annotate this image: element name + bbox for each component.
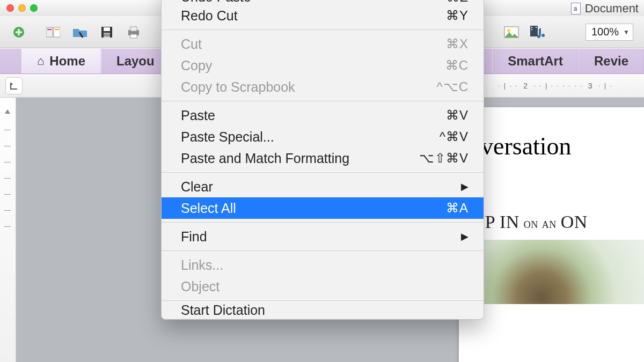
menu-select-all-shortcut: ⌘A <box>446 201 469 216</box>
menu-object-label: Object <box>181 279 219 294</box>
menu-paste-match-label: Paste and Match Formatting <box>181 151 349 166</box>
document-subtitle: MP IN on an ON <box>469 212 644 232</box>
svg-rect-11 <box>104 35 110 36</box>
tab-layout[interactable]: Layou <box>101 49 170 73</box>
svg-rect-14 <box>130 34 137 38</box>
vertical-ruler[interactable] <box>0 98 16 362</box>
menu-find[interactable]: Find ▶ <box>162 226 484 247</box>
submenu-arrow-icon: ▶ <box>461 181 469 193</box>
menu-copy-scrapbook[interactable]: Copy to Scrapbook ^⌥C <box>162 76 484 98</box>
document-image <box>469 240 644 304</box>
svg-rect-19 <box>531 29 532 30</box>
svg-point-21 <box>537 35 540 38</box>
print-button[interactable] <box>121 23 146 42</box>
document-icon <box>571 3 581 14</box>
menu-undo-paste-shortcut: ⌘Z <box>447 0 469 5</box>
menu-paste-label: Paste <box>181 108 215 123</box>
new-document-button[interactable] <box>6 23 31 42</box>
svg-rect-3 <box>46 27 53 37</box>
svg-rect-8 <box>104 27 110 31</box>
menu-paste-special[interactable]: Paste Special... ^⌘V <box>162 126 484 147</box>
menu-clear[interactable]: Clear ▶ <box>162 176 484 197</box>
menu-paste-match[interactable]: Paste and Match Formatting ⌥⇧⌘V <box>162 147 484 169</box>
zoom-value: 100% <box>591 26 619 38</box>
ruler-indent-marker[interactable] <box>3 109 12 116</box>
menu-separator <box>162 29 484 30</box>
menu-separator <box>162 101 484 101</box>
menu-separator <box>162 222 484 223</box>
menu-separator <box>162 250 484 251</box>
menu-paste-shortcut: ⌘V <box>446 108 469 123</box>
menu-copy-scrapbook-label: Copy to Scrapbook <box>181 79 295 95</box>
media-button[interactable] <box>526 23 551 42</box>
menu-redo-cut-label: Redo Cut <box>181 8 238 24</box>
menu-undo-paste[interactable]: Undo Paste ⌘Z <box>162 0 484 5</box>
menu-copy-scrapbook-shortcut: ^⌥C <box>436 79 469 94</box>
svg-rect-4 <box>54 27 60 37</box>
menu-start-dictation-label: Start Dictation <box>181 304 265 316</box>
menu-find-label: Find <box>181 229 207 245</box>
menu-paste-special-shortcut: ^⌘V <box>440 129 469 144</box>
save-button[interactable] <box>94 23 119 42</box>
menu-paste[interactable]: Paste ⌘V <box>162 105 484 126</box>
tab-layout-label: Layou <box>116 54 155 69</box>
svg-rect-13 <box>130 27 137 31</box>
menu-copy[interactable]: Copy ⌘C <box>162 55 484 76</box>
menu-copy-label: Copy <box>181 58 212 73</box>
menu-cut-shortcut: ⌘X <box>446 36 469 51</box>
minimize-window-button[interactable] <box>18 4 26 12</box>
svg-rect-18 <box>531 27 532 28</box>
edit-menu: Undo Paste ⌘Z Redo Cut ⌘Y Cut ⌘X Copy ⌘C… <box>161 0 484 320</box>
menu-cut[interactable]: Cut ⌘X <box>162 33 484 55</box>
menu-paste-special-label: Paste Special... <box>181 129 274 145</box>
picture-button[interactable] <box>499 23 524 42</box>
menu-copy-shortcut: ⌘C <box>445 58 469 73</box>
menu-cut-label: Cut <box>181 36 202 52</box>
tab-review[interactable]: Revie <box>579 49 644 73</box>
zoom-select[interactable]: 100% ▼ <box>586 24 633 41</box>
tab-home[interactable]: ⌂ Home <box>21 49 101 73</box>
tab-home-label: Home <box>49 54 85 69</box>
menu-undo-paste-label: Undo Paste <box>181 0 251 5</box>
tab-smartart[interactable]: SmartArt <box>492 49 579 73</box>
horizontal-ruler[interactable]: ·|·· 2 ··|······ 3 ·|· <box>488 74 644 97</box>
menu-object[interactable]: Object <box>162 276 484 297</box>
orientation-button[interactable] <box>5 77 23 94</box>
svg-point-16 <box>507 29 510 32</box>
submenu-arrow-icon: ▶ <box>461 231 469 242</box>
zoom-window-button[interactable] <box>30 4 38 12</box>
menu-links-label: Links... <box>181 257 223 273</box>
menu-links[interactable]: Links... <box>162 254 484 276</box>
templates-button[interactable] <box>41 23 65 42</box>
tab-review-label: Revie <box>594 54 628 69</box>
menu-redo-cut[interactable]: Redo Cut ⌘Y <box>162 5 484 26</box>
document-title-text: Document <box>585 2 639 16</box>
svg-rect-9 <box>104 33 110 38</box>
svg-rect-20 <box>536 27 537 28</box>
ruler-num-3: 3 <box>588 82 592 90</box>
document-heading: nversation <box>469 132 644 160</box>
menu-separator <box>162 300 484 301</box>
open-button[interactable] <box>68 23 92 42</box>
menu-separator <box>162 172 484 173</box>
svg-rect-10 <box>104 34 110 35</box>
menu-select-all-label: Select All <box>181 201 236 216</box>
menu-select-all[interactable]: Select All ⌘A <box>162 197 484 219</box>
svg-rect-2 <box>16 31 22 33</box>
tab-smartart-label: SmartArt <box>508 54 563 69</box>
ruler-num-2: 2 <box>523 82 527 90</box>
menu-clear-label: Clear <box>181 179 213 195</box>
document-title-label: Document <box>571 2 639 16</box>
svg-point-22 <box>541 34 545 37</box>
dropdown-arrow-icon: ▼ <box>623 28 630 36</box>
menu-start-dictation[interactable]: Start Dictation <box>162 304 484 316</box>
document-page[interactable]: nversation MP IN on an ON <box>459 107 644 362</box>
close-window-button[interactable] <box>6 4 14 12</box>
svg-rect-6 <box>55 29 59 30</box>
home-icon: ⌂ <box>37 54 44 68</box>
menu-redo-cut-shortcut: ⌘Y <box>446 8 469 23</box>
svg-rect-5 <box>47 29 52 30</box>
menu-paste-match-shortcut: ⌥⇧⌘V <box>419 151 469 166</box>
